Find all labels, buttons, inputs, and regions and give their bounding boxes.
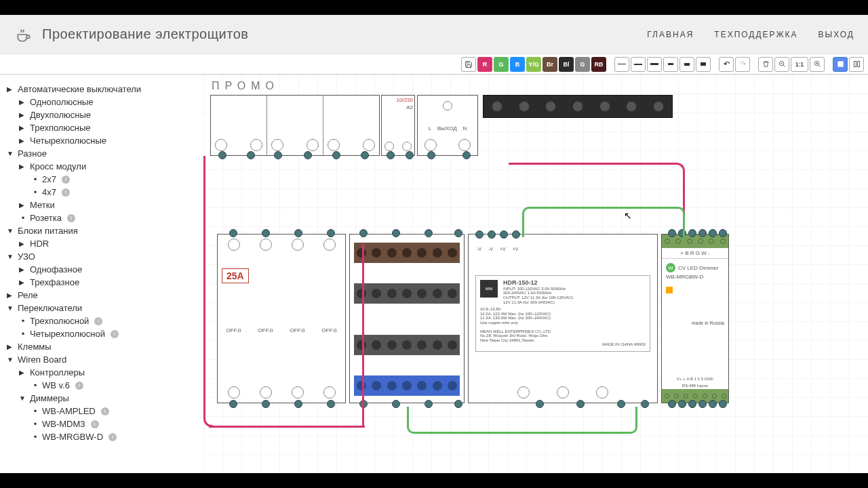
view-mode-2-icon[interactable] bbox=[849, 57, 864, 72]
zoom-in-icon[interactable] bbox=[810, 57, 825, 72]
tree-item[interactable]: ▶Трехфазное bbox=[19, 277, 197, 287]
info-icon[interactable]: i bbox=[67, 214, 75, 222]
bullet-icon: • bbox=[31, 406, 39, 416]
main-area: ▶Автоматические выключатели▶Однополюсные… bbox=[0, 75, 868, 473]
tree-item[interactable]: •2x7i bbox=[31, 174, 197, 184]
tree-item[interactable]: ▶Реле bbox=[7, 290, 197, 300]
tree-item[interactable]: ▶Двухполюсные bbox=[19, 110, 197, 120]
caret-down-icon: ▼ bbox=[7, 356, 15, 363]
redo-icon[interactable]: ↷ bbox=[735, 57, 750, 72]
letterbox-bottom bbox=[0, 473, 868, 488]
tree-item[interactable]: •4x7i bbox=[31, 187, 197, 197]
tree-item[interactable]: ▼Wiren Board bbox=[7, 354, 197, 365]
tree-item[interactable]: •WB-MRGBW-Di bbox=[31, 432, 197, 442]
info-icon[interactable]: i bbox=[94, 317, 102, 325]
tree-item[interactable]: ▶Трехполюсные bbox=[19, 123, 197, 133]
nav-logout[interactable]: ВЫХОД bbox=[818, 30, 854, 39]
line-2[interactable] bbox=[631, 57, 646, 72]
app-title: Проектирование электрощитов bbox=[42, 26, 647, 42]
line-4[interactable] bbox=[663, 57, 678, 72]
line-3[interactable] bbox=[647, 57, 662, 72]
info-icon[interactable]: i bbox=[62, 176, 70, 184]
save-icon[interactable] bbox=[461, 57, 476, 72]
zoom-fit[interactable]: 1:1 bbox=[791, 57, 808, 72]
tree-label: УЗО bbox=[18, 251, 35, 262]
color-swatch-b[interactable]: B bbox=[510, 57, 525, 72]
canvas-title: ПРОМО bbox=[212, 80, 279, 92]
caret-right-icon: ▶ bbox=[7, 343, 15, 350]
tree-item[interactable]: ▶Кросс модули bbox=[19, 161, 197, 171]
tree-item[interactable]: ▼Разное bbox=[7, 148, 197, 159]
breaker-4pole[interactable]: 25A OFF.0 OFF.0 OFF.0 OFF.0 bbox=[217, 234, 346, 403]
tree-label: Переключатели bbox=[18, 303, 82, 313]
line-6[interactable] bbox=[696, 57, 711, 72]
line-thin[interactable] bbox=[614, 57, 629, 72]
tree-item[interactable]: •Розеткаi bbox=[19, 213, 197, 223]
tree-item[interactable]: •Трехполюснойi bbox=[19, 316, 197, 326]
info-icon[interactable]: i bbox=[101, 407, 109, 415]
bullet-icon: • bbox=[19, 316, 27, 326]
tree-item[interactable]: ▶Однофазное bbox=[19, 264, 197, 274]
info-icon[interactable]: i bbox=[108, 433, 117, 441]
color-swatch-rb[interactable]: RB bbox=[591, 57, 606, 72]
tree-label: HDR bbox=[30, 239, 49, 249]
tree-item[interactable]: ▶HDR bbox=[19, 239, 197, 249]
color-swatch-g[interactable]: G bbox=[494, 57, 509, 72]
color-swatch-r[interactable]: R bbox=[477, 57, 492, 72]
tree-item[interactable]: ▼Переключатели bbox=[7, 303, 197, 313]
svg-rect-2 bbox=[837, 61, 843, 66]
output-block-top[interactable]: L ВЫХОД N bbox=[417, 95, 478, 156]
tree-item[interactable]: •WB-MDM3i bbox=[31, 419, 197, 429]
caret-right-icon: ▶ bbox=[19, 111, 27, 119]
trash-icon[interactable] bbox=[758, 57, 773, 72]
color-swatch-bl[interactable]: Bl bbox=[559, 57, 574, 72]
nav-home[interactable]: ГЛАВНАЯ bbox=[647, 30, 694, 39]
color-swatch-br[interactable]: Br bbox=[542, 57, 557, 72]
line-5[interactable] bbox=[679, 57, 694, 72]
view-mode-1-icon[interactable] bbox=[833, 57, 848, 72]
tree-item[interactable]: •Четырехполюснойi bbox=[19, 329, 197, 339]
tree-item[interactable]: ▶Автоматические выключатели bbox=[7, 84, 197, 94]
svg-rect-4 bbox=[857, 61, 859, 66]
tree-item[interactable]: •WB v.6i bbox=[31, 380, 197, 390]
breaker-bank-top[interactable] bbox=[210, 95, 380, 156]
caret-right-icon: ▶ bbox=[19, 279, 27, 286]
tree-item[interactable]: ▼Блоки питания bbox=[7, 226, 197, 236]
tree-item[interactable]: ▶Однополюсные bbox=[19, 97, 197, 107]
tree-label: Клеммы bbox=[18, 342, 52, 352]
nav-support[interactable]: ТЕХПОДДЕРЖКА bbox=[714, 30, 797, 39]
tree-item[interactable]: ▶Клеммы bbox=[7, 342, 197, 352]
bullet-icon: • bbox=[19, 213, 27, 223]
tree-item[interactable]: •WB-AMPLEDi bbox=[31, 406, 197, 416]
tree-item[interactable]: ▼УЗО bbox=[7, 251, 197, 262]
relay-block-top[interactable]: 10/230 A2 bbox=[381, 95, 415, 156]
tree-label: Однофазное bbox=[30, 264, 82, 274]
tree-item[interactable]: ▼Диммеры bbox=[19, 393, 197, 403]
info-icon[interactable]: i bbox=[62, 188, 70, 197]
tree-label: WB-AMPLED bbox=[42, 406, 96, 416]
zoom-out-icon[interactable] bbox=[774, 57, 789, 72]
dimmer-wb-mrgbw[interactable]: + B R G W - W CV LED Dimmer WB-MRGBW-D m… bbox=[661, 234, 729, 403]
tree-item[interactable]: ▶Метки bbox=[19, 200, 197, 210]
caret-right-icon: ▶ bbox=[7, 85, 15, 93]
caret-down-icon: ▼ bbox=[7, 150, 15, 157]
color-swatch-y-g[interactable]: Y/G bbox=[526, 57, 541, 72]
tree-label: Метки bbox=[30, 200, 55, 210]
color-swatch-g[interactable]: G bbox=[575, 57, 590, 72]
info-icon[interactable]: i bbox=[75, 382, 83, 390]
tree-item[interactable]: ▶Контроллеры bbox=[19, 367, 197, 378]
terminal-strip-top[interactable] bbox=[483, 95, 673, 118]
undo-icon[interactable]: ↶ bbox=[719, 57, 734, 72]
tree-label: Автоматические выключатели bbox=[18, 84, 141, 94]
canvas[interactable]: ПРОМО bbox=[203, 75, 868, 473]
wire-red-h bbox=[209, 424, 365, 428]
psu-hdr150[interactable]: -V -V +V +V MW HDR-150-12 INPUT: 100-120… bbox=[468, 234, 658, 403]
tree-item[interactable]: ▶Четырехполюсные bbox=[19, 136, 197, 146]
info-icon[interactable]: i bbox=[91, 420, 99, 428]
tree-label: Трехполюсные bbox=[30, 123, 90, 133]
cross-module[interactable] bbox=[349, 234, 465, 403]
tree-label: WB v.6 bbox=[42, 380, 70, 390]
tree-label: WB-MRGBW-D bbox=[42, 432, 103, 442]
info-icon[interactable]: i bbox=[111, 330, 119, 338]
caret-right-icon: ▶ bbox=[19, 163, 27, 170]
